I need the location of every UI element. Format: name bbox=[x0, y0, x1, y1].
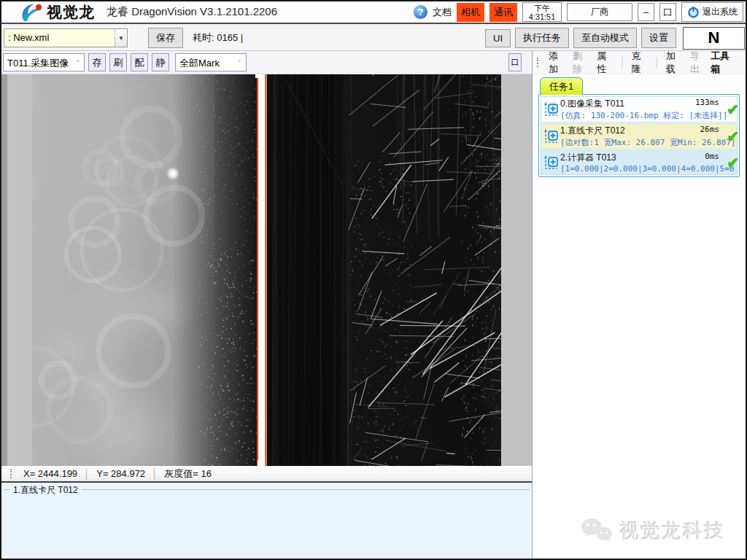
result-panel: 1.直线卡尺 T012 bbox=[1, 483, 532, 559]
watermark-text: 视觉龙科技 bbox=[619, 518, 725, 544]
doc-button[interactable]: 文档 bbox=[433, 6, 452, 19]
image-toolbar: T011.采集图像 ˇ 存 刷 配 静 全部Mark ˇ 口 bbox=[1, 51, 532, 74]
ui-button[interactable]: UI bbox=[485, 29, 511, 47]
store-image-button[interactable]: 存 bbox=[88, 53, 106, 71]
task-pane: 添加 删除 属性 │ 克隆 │ 加载 导出 工具箱 任务1 bbox=[532, 51, 746, 559]
task-row-line-caliper[interactable]: 1.直线卡尺 T012 26ms [边对数:1 宽Max: 26.807 宽Mi… bbox=[541, 123, 738, 149]
tool-node-icon bbox=[543, 128, 560, 145]
dragonvision-logo-icon bbox=[19, 3, 44, 22]
main-toolbar: : New.xml ▼ 保存 耗时: 0165 | UI 执行任务 至自动模式 … bbox=[1, 26, 746, 51]
tool-node-icon bbox=[543, 101, 560, 118]
clock-time: 4:31:51 bbox=[529, 12, 556, 21]
expand-view-button[interactable]: 口 bbox=[508, 53, 522, 71]
task-toolbar: 添加 删除 属性 │ 克隆 │ 加载 导出 工具箱 bbox=[533, 51, 746, 74]
task-detail: [仿真: 130-200-16.bmp 标定: [未选择]] bbox=[560, 110, 735, 121]
recipe-file-value: : New.xml bbox=[4, 29, 115, 47]
tab-task1[interactable]: 任务1 bbox=[540, 77, 583, 95]
elapsed-time-label: 耗时: 0165 | bbox=[193, 31, 243, 44]
check-icon: ✔ bbox=[727, 154, 739, 171]
configure-button[interactable]: 配 bbox=[131, 53, 148, 71]
tool-node-icon bbox=[543, 154, 560, 171]
toolbox-button[interactable]: 工具箱 bbox=[711, 50, 736, 76]
viewport-edge-strip bbox=[1, 74, 7, 466]
toolbar-divider: │ bbox=[654, 57, 660, 68]
exit-button[interactable]: 退出系统 bbox=[681, 2, 743, 22]
static-button[interactable]: 静 bbox=[152, 53, 169, 71]
mark-filter-value: 全部Mark bbox=[176, 54, 233, 71]
watermark: 视觉龙科技 bbox=[580, 516, 725, 545]
result-panel-title: 1.直线卡尺 T012 bbox=[9, 484, 82, 497]
grip-icon bbox=[10, 469, 12, 478]
chevron-down-icon[interactable]: ˇ bbox=[233, 54, 246, 71]
check-icon: ✔ bbox=[727, 101, 739, 118]
mark-filter-combo[interactable]: 全部Mark ˇ bbox=[175, 53, 247, 71]
cursor-x-value: X= 2444.199 bbox=[23, 468, 77, 479]
camera-image[interactable] bbox=[32, 74, 501, 466]
task-list: 0.图像采集 T011 133ms [仿真: 130-200-16.bmp 标定… bbox=[538, 94, 740, 177]
task-properties-button[interactable]: 属性 bbox=[597, 50, 614, 76]
task-name: 0.图像采集 T011 bbox=[560, 98, 695, 110]
task-name: 2.计算器 T013 bbox=[560, 152, 705, 164]
settings-button[interactable]: 设置 bbox=[641, 28, 676, 48]
tool-select-combo[interactable]: T011.采集图像 ˇ bbox=[3, 53, 85, 71]
n-indicator-button[interactable]: N bbox=[683, 27, 745, 50]
app-window: 视觉龙 龙睿 DragonVision V3.1.2101.2206 ? 文档 … bbox=[0, 0, 747, 560]
status-divider: │ bbox=[84, 468, 90, 479]
run-task-button[interactable]: 执行任务 bbox=[515, 28, 569, 48]
task-name: 1.直线卡尺 T012 bbox=[560, 125, 700, 137]
comm-button[interactable]: 通讯 bbox=[489, 3, 517, 22]
brand-name: 视觉龙 bbox=[47, 2, 95, 23]
maximize-button[interactable]: 口 bbox=[659, 3, 676, 21]
title-bar: 视觉龙 龙睿 DragonVision V3.1.2101.2206 ? 文档 … bbox=[1, 1, 746, 24]
tool-select-value: T011.采集图像 bbox=[4, 54, 71, 71]
save-button[interactable]: 保存 bbox=[148, 28, 183, 48]
check-icon: ✔ bbox=[727, 128, 739, 145]
groupbox-border bbox=[4, 489, 530, 490]
camera-button[interactable]: 相机 bbox=[457, 3, 484, 22]
task-detail: [边对数:1 宽Max: 26.807 宽Min: 26.807] bbox=[560, 137, 735, 148]
export-task-button[interactable]: 导出 bbox=[690, 50, 707, 76]
recipe-file-combo[interactable]: : New.xml ▼ bbox=[4, 28, 128, 47]
status-bar: X= 2444.199 │ Y= 284.972 │ 灰度值= 16 bbox=[1, 466, 532, 481]
add-task-button[interactable]: 添加 bbox=[549, 50, 565, 76]
refresh-image-button[interactable]: 刷 bbox=[109, 53, 127, 71]
chevron-down-icon[interactable]: ▼ bbox=[115, 29, 127, 47]
task-detail: [1=0.000|2=0.000|3=0.000|4=0.000|5=0.00 bbox=[560, 164, 735, 174]
status-divider: │ bbox=[152, 468, 158, 479]
wechat-icon bbox=[580, 516, 614, 545]
image-viewport[interactable] bbox=[1, 74, 532, 466]
cursor-y-value: Y= 284.972 bbox=[96, 468, 145, 479]
grip-icon bbox=[537, 58, 539, 67]
toolbar-divider: │ bbox=[619, 57, 625, 68]
delete-task-button[interactable]: 删除 bbox=[573, 50, 589, 76]
task-row-image-capture[interactable]: 0.图像采集 T011 133ms [仿真: 130-200-16.bmp 标定… bbox=[541, 96, 738, 122]
gray-value: 灰度值= 16 bbox=[164, 467, 212, 481]
load-task-button[interactable]: 加载 bbox=[666, 50, 683, 76]
exit-label: 退出系统 bbox=[703, 6, 738, 18]
auto-mode-button[interactable]: 至自动模式 bbox=[573, 28, 637, 48]
chevron-down-icon[interactable]: ˇ bbox=[71, 54, 84, 71]
help-icon[interactable]: ? bbox=[414, 5, 427, 19]
app-title: 龙睿 DragonVision V3.1.2101.2206 bbox=[107, 5, 277, 19]
task-row-calculator[interactable]: 2.计算器 T013 0ms [1=0.000|2=0.000|3=0.000|… bbox=[541, 150, 738, 175]
clock-period: 下午 bbox=[534, 4, 550, 12]
minimize-button[interactable]: – bbox=[638, 3, 654, 21]
clone-task-button[interactable]: 克隆 bbox=[632, 50, 649, 76]
clock-display: 下午 4:31:51 bbox=[522, 2, 562, 22]
power-icon bbox=[687, 6, 700, 18]
vendor-button[interactable]: 厂商 bbox=[567, 3, 632, 21]
